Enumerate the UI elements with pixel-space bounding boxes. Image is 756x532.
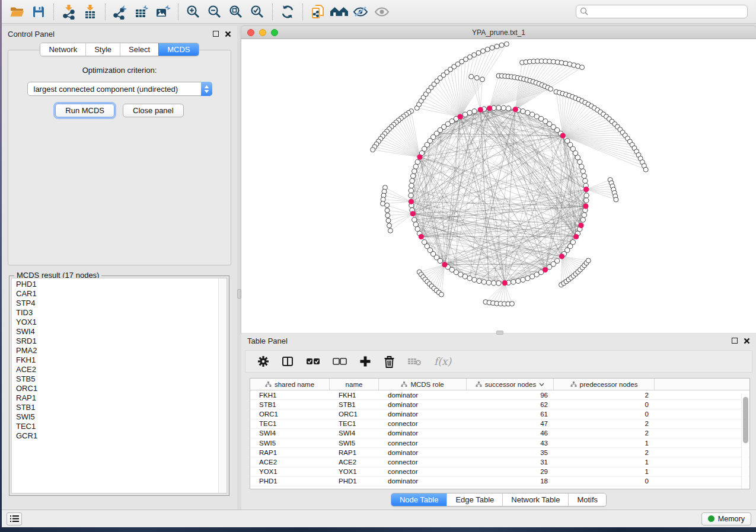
network-node[interactable] [385,208,390,213]
dominator-node[interactable] [417,155,422,160]
table-row[interactable]: PHD1PHD1dominator180 [250,477,749,486]
network-node[interactable] [413,164,418,169]
network-node[interactable] [509,302,514,306]
network-node[interactable] [580,65,585,70]
network-node[interactable] [439,292,444,297]
dominator-node[interactable] [543,267,548,273]
network-node[interactable] [385,203,390,207]
tab-motifs[interactable]: Motifs [568,493,606,506]
search-input[interactable] [576,5,748,18]
network-node[interactable] [481,49,486,53]
column-header-predecessor-nodes[interactable]: predecessor nodes [554,379,655,390]
dominator-node[interactable] [442,262,447,267]
show-all-button[interactable] [371,2,393,21]
network-node[interactable] [371,148,375,152]
dominator-node[interactable] [578,223,583,228]
network-node[interactable] [554,258,559,263]
network-node[interactable] [472,277,477,282]
network-window-titlebar[interactable]: YPA_prune.txt_1 [241,26,756,39]
network-node[interactable] [496,281,501,286]
network-node[interactable] [499,43,504,47]
panel-menu-button[interactable] [7,512,22,525]
dominator-node[interactable] [559,254,564,259]
zoom-fit-button[interactable] [225,2,247,21]
dominator-node[interactable] [583,203,588,209]
dominator-node[interactable] [573,234,579,239]
first-neighbors-button[interactable] [328,2,350,21]
mcds-result-item[interactable]: TID3 [12,308,218,318]
tab-network[interactable]: Network [40,43,85,56]
network-node[interactable] [511,280,516,284]
criterion-dropdown[interactable]: largest connected component (undirected) [27,82,212,96]
tab-edge-table[interactable]: Edge Table [446,493,502,506]
table-scrollbar-thumb[interactable] [743,397,748,443]
table-row[interactable]: FKH1FKH1dominator962 [250,390,749,400]
mcds-result-item[interactable]: GCR1 [12,431,218,441]
network-node[interactable] [496,105,501,110]
hide-selected-button[interactable] [350,2,371,21]
export-table-button[interactable] [131,2,152,21]
network-node[interactable] [474,75,479,80]
network-node[interactable] [579,164,583,169]
import-table-button[interactable] [79,2,101,21]
dominator-node[interactable] [410,211,416,216]
mcds-list-scrollbar[interactable] [218,278,227,493]
network-node[interactable] [570,240,575,245]
unselect-all-columns-button[interactable] [333,357,347,366]
network-node[interactable] [409,188,413,193]
dominator-node[interactable] [409,199,414,204]
mcds-result-item[interactable]: SWI5 [12,412,218,422]
splitter-grabber[interactable] [237,289,241,299]
table-row[interactable]: ACE2ACE2connector311 [250,457,749,467]
mcds-result-item[interactable]: ACE2 [12,365,218,374]
dominator-node[interactable] [502,280,508,286]
tab-style[interactable]: Style [85,43,120,56]
network-node[interactable] [525,275,530,280]
tab-mcds[interactable]: MCDS [158,43,198,56]
mcds-result-item[interactable]: STB1 [12,403,218,412]
dominator-node[interactable] [419,234,424,239]
network-node[interactable] [506,106,511,111]
table-scrollbar[interactable] [741,394,749,489]
dominator-node[interactable] [583,187,589,192]
vertical-splitter[interactable] [237,26,241,509]
network-node[interactable] [521,109,525,114]
close-panel-icon[interactable] [225,31,231,37]
network-node[interactable] [385,213,390,218]
mcds-result-item[interactable]: RAP1 [12,393,218,403]
table-row[interactable]: SWI4SWI4dominator462 [250,429,749,438]
mcds-result-item[interactable]: STP4 [12,299,218,308]
network-node[interactable] [565,139,570,143]
open-file-button[interactable] [7,2,28,21]
dominator-node[interactable] [458,114,463,119]
mcds-result-item[interactable]: CAR1 [12,289,218,299]
network-node[interactable] [583,178,588,183]
select-all-columns-button[interactable] [306,357,320,366]
dominator-node[interactable] [478,107,483,113]
delete-columns-button[interactable] [384,355,395,368]
network-node[interactable] [411,174,416,178]
network-node[interactable] [481,280,486,284]
table-row[interactable]: SWI5SWI5connector431 [250,438,749,448]
network-node[interactable] [486,280,491,285]
column-header-MCDS-role[interactable]: MCDS role [379,379,467,390]
mcds-result-item[interactable]: PMA2 [12,346,218,355]
memory-button[interactable]: Memory [701,512,751,525]
mcds-result-item[interactable]: FKH1 [12,355,218,365]
dominator-node[interactable] [513,107,518,112]
close-panel-button[interactable]: Close panel [123,104,184,117]
tab-node-table[interactable]: Node Table [391,493,447,506]
zoom-selected-button[interactable] [247,2,268,21]
network-node[interactable] [410,178,414,183]
network-node[interactable] [472,109,477,114]
mcds-result-item[interactable]: YOX1 [12,318,218,327]
network-node[interactable] [476,50,481,55]
table-mode-button[interactable] [257,355,269,367]
network-node[interactable] [462,274,467,279]
mcds-result-item[interactable]: STB5 [12,374,218,384]
table-row[interactable]: TEC1TEC1connector472 [250,419,749,429]
mcds-result-item[interactable]: PHD1 [12,280,218,289]
close-panel-icon[interactable] [744,338,750,344]
mcds-result-item[interactable]: ORC1 [12,384,218,393]
column-header-shared-name[interactable]: shared name [250,379,330,390]
